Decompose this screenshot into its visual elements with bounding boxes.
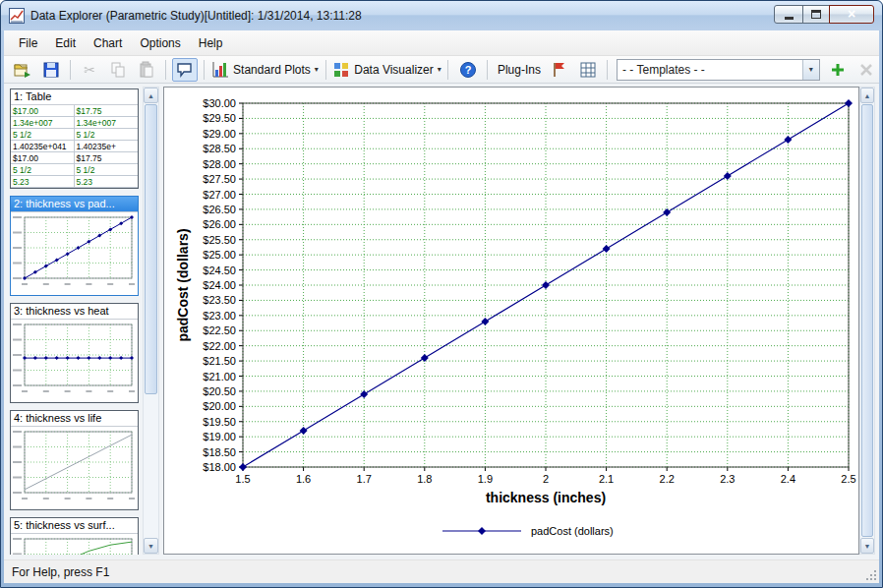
resize-grip[interactable] <box>864 568 878 582</box>
templates-value: - - Templates - - <box>618 63 802 77</box>
sidebar-item[interactable]: 4: thickness vs life <box>10 410 139 510</box>
templates-combobox[interactable]: - - Templates - -▾ <box>617 59 820 81</box>
chevron-down-icon: ▾ <box>315 65 319 74</box>
help-button[interactable]: ? <box>454 58 481 82</box>
sidebar-item[interactable]: 5: thickness vs surf... <box>10 517 139 555</box>
svg-text:$30.00: $30.00 <box>203 97 236 109</box>
chevron-down-icon[interactable]: ▾ <box>802 60 819 80</box>
save-button[interactable] <box>38 58 65 82</box>
minimize-icon <box>785 17 794 20</box>
sidebar-scroll-up-button[interactable]: ▲ <box>144 88 158 103</box>
svg-text:$26.00: $26.00 <box>203 218 236 230</box>
table-preview-cell: 1.34e+007 <box>11 117 75 129</box>
arrow-down-icon: ▼ <box>864 543 871 550</box>
svg-text:$21.50: $21.50 <box>203 355 236 367</box>
sidebar-item-title: 2: thickness vs pad... <box>11 197 138 211</box>
app-icon[interactable] <box>9 8 25 24</box>
content-area: 1: Table$17.00$17.751.34e+0071.34e+0075 … <box>4 84 879 559</box>
flag-icon <box>551 61 568 79</box>
toolbar-separator <box>70 60 71 80</box>
annotations-button[interactable] <box>172 58 199 82</box>
comment-icon <box>176 61 194 79</box>
svg-text:1.9: 1.9 <box>478 473 493 485</box>
chart-scroll-up-button[interactable]: ▲ <box>860 88 874 103</box>
table-preview-cell: 1.34e+007 <box>75 117 139 129</box>
arrow-up-icon: ▲ <box>147 92 154 99</box>
close-x-icon <box>857 61 875 79</box>
svg-text:$20.50: $20.50 <box>203 385 236 397</box>
svg-text:2.3: 2.3 <box>720 473 735 485</box>
chart-panel: 1.51.61.71.81.922.12.22.32.42.5$30.00$29… <box>163 87 859 555</box>
sidebar-item[interactable]: 3: thickness vs heat <box>10 303 139 403</box>
sidebar-item[interactable]: 2: thickness vs pad... <box>10 196 139 296</box>
toolbar-separator <box>607 60 608 80</box>
help-icon: ? <box>459 61 477 79</box>
plugin-flag-button[interactable] <box>547 58 573 82</box>
cut-button[interactable]: ✂ <box>77 58 103 82</box>
chart-scroll-down-button[interactable]: ▼ <box>860 538 874 554</box>
svg-text:$18.00: $18.00 <box>203 461 236 473</box>
minimize-button[interactable] <box>774 5 803 24</box>
status-text: For Help, press F1 <box>12 565 109 579</box>
window-controls: × <box>775 5 874 24</box>
open-button[interactable] <box>10 58 36 82</box>
sidebar-scrollbar[interactable]: ▲ ▼ <box>143 87 159 555</box>
menu-item-chart[interactable]: Chart <box>85 30 131 55</box>
sidebar-item-preview <box>11 211 138 295</box>
table-preview-cell: $17.00 <box>11 105 75 117</box>
svg-text:$29.50: $29.50 <box>203 112 236 124</box>
sidebar-scrollbar-thumb[interactable] <box>145 104 157 394</box>
maximize-icon <box>811 10 821 19</box>
client-area: FileEditChartOptionsHelp ✂Standard Plots… <box>4 30 879 583</box>
sidebar-scroll-down-button[interactable]: ▼ <box>144 538 158 554</box>
table-preview-cell: 5.23 <box>11 176 75 188</box>
menu-item-file[interactable]: File <box>10 30 46 55</box>
menu-item-help[interactable]: Help <box>190 30 232 55</box>
sidebar-item-title: 5: thickness vs surf... <box>11 518 138 533</box>
sidebar-item-preview: $17.00$17.751.34e+0071.34e+0075 1/25 1/2… <box>11 104 138 188</box>
remove-template-button[interactable] <box>853 58 879 82</box>
svg-text:2.5: 2.5 <box>841 473 855 485</box>
plugin-grid-button[interactable] <box>575 58 602 82</box>
table-preview-cell: 5 1/2 <box>75 164 139 176</box>
table-preview-cell: 5 1/2 <box>11 129 75 141</box>
thumbnail-chart <box>11 212 138 295</box>
copy-button[interactable] <box>105 58 132 82</box>
svg-text:2.4: 2.4 <box>781 473 795 485</box>
svg-text:$27.50: $27.50 <box>203 173 236 185</box>
sidebar-item-title: 1: Table <box>11 89 138 104</box>
svg-text:$23.00: $23.00 <box>203 310 236 322</box>
svg-text:$24.50: $24.50 <box>203 265 236 276</box>
add-template-button[interactable] <box>825 58 852 82</box>
svg-text:$19.50: $19.50 <box>203 416 236 428</box>
svg-text:$26.50: $26.50 <box>203 204 236 215</box>
standard-plots-label: Standard Plots <box>233 63 311 77</box>
sidebar-item-preview <box>11 319 138 402</box>
chevron-down-icon: ▾ <box>438 65 442 74</box>
plus-icon <box>829 61 847 79</box>
table-preview-cell: $17.00 <box>11 152 75 164</box>
table-preview-cell: 5.23 <box>75 176 139 188</box>
chart-scrollbar[interactable]: ▲ ▼ <box>859 87 875 555</box>
thumbnail-chart <box>11 534 138 555</box>
svg-text:✂: ✂ <box>85 62 96 78</box>
close-button[interactable]: × <box>829 5 874 24</box>
paste-button[interactable] <box>133 58 159 82</box>
toolbar-separator <box>325 60 326 80</box>
menu-item-options[interactable]: Options <box>131 30 189 55</box>
data-visualizer-button[interactable]: Data Visualizer▾ <box>332 58 442 82</box>
sidebar-item[interactable]: 1: Table$17.00$17.751.34e+0071.34e+0075 … <box>10 88 139 189</box>
svg-text:$18.50: $18.50 <box>203 446 236 458</box>
open-icon <box>14 61 31 79</box>
maximize-button[interactable] <box>802 5 830 24</box>
svg-text:1.8: 1.8 <box>417 473 432 485</box>
sidebar-list: 1: Table$17.00$17.751.34e+0071.34e+0075 … <box>10 87 141 555</box>
sidebar-item-preview <box>11 533 138 555</box>
svg-text:2: 2 <box>543 473 549 485</box>
chart-scrollbar-thumb[interactable] <box>861 104 873 537</box>
standard-plots-button[interactable]: Standard Plots▾ <box>210 58 319 82</box>
table-preview-cell: 1.40235e+ <box>75 141 139 152</box>
menu-item-edit[interactable]: Edit <box>46 30 85 55</box>
thumbnail-chart <box>11 427 138 509</box>
title-bar[interactable]: Data Explorer (Parametric Study)[Untitle… <box>1 1 882 30</box>
